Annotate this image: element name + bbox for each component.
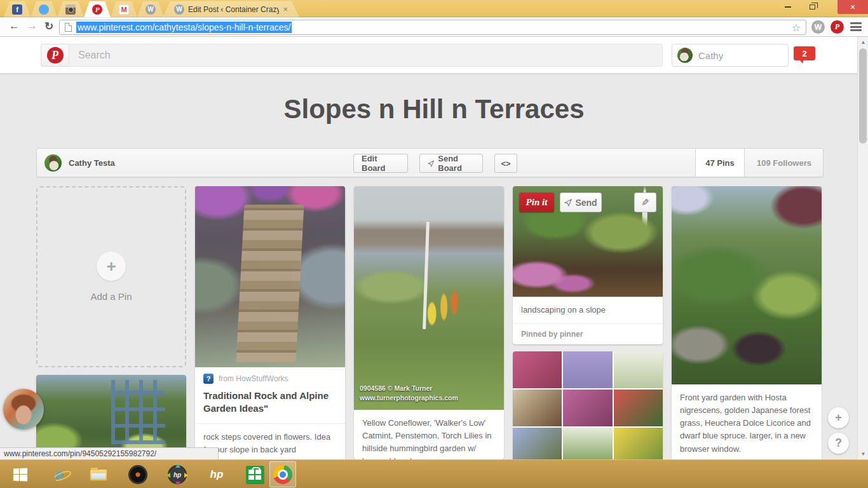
watermark-line2: www.turnerphotographics.com — [360, 393, 458, 403]
collage-cell-white-phlox — [614, 351, 663, 388]
board-title: Slopes n Hill n Terraces — [0, 94, 868, 125]
pinterest-logo[interactable]: P — [41, 44, 69, 67]
pins-count-tab[interactable]: 47 Pins — [695, 149, 744, 177]
tab-gmail[interactable]: M — [111, 1, 137, 17]
url-text[interactable]: www.pinterest.com/cathytesta/slopes-n-hi… — [76, 22, 292, 33]
board-owner-avatar[interactable] — [44, 154, 62, 172]
add-pin-label: Add a Pin — [90, 291, 132, 302]
scroll-down-icon[interactable]: ▼ — [858, 449, 868, 459]
tab-pinterest-active[interactable]: P — [84, 1, 111, 17]
search-input[interactable] — [78, 50, 653, 61]
plus-icon: + — [97, 252, 126, 281]
chrome-taskbar-button[interactable] — [269, 461, 296, 487]
paper-plane-icon — [564, 199, 572, 207]
tab-instagram[interactable] — [57, 1, 84, 17]
send-pin-button[interactable]: Send — [560, 193, 602, 212]
pin-card-slope[interactable]: Pin it Send ✎ landscaping on a slope Pin… — [513, 186, 663, 344]
pinterest-extension-icon[interactable]: P — [831, 20, 844, 34]
tab-twitter[interactable] — [31, 1, 57, 17]
pin-it-button[interactable]: Pin it — [519, 193, 554, 212]
followers-count-tab[interactable]: 109 Followers — [744, 149, 824, 177]
pin-card-hosta[interactable]: Front yard garden with Hosta nigrescens,… — [672, 186, 822, 463]
edit-board-label: Edit Board — [362, 154, 400, 173]
hp-button[interactable]: hp — [206, 464, 227, 485]
pin-image-slope-landscaping[interactable]: Pin it Send ✎ — [513, 186, 663, 297]
wordpress-extension-icon[interactable]: W — [811, 20, 825, 34]
add-pin-card[interactable]: + Add a Pin — [36, 186, 186, 367]
pin-image-hillside-garden[interactable]: 0904586 © Mark Turner www.turnerphotogra… — [354, 186, 504, 410]
collage-cell-ornamental-grass — [513, 390, 562, 426]
howstuffworks-favicon: ? — [203, 374, 214, 384]
notification-badge[interactable]: 2 — [794, 46, 815, 60]
webcam-overlay-avatar[interactable] — [3, 389, 44, 430]
collage-cell-russian-sage — [563, 351, 612, 388]
bookmark-star-icon[interactable]: ☆ — [792, 22, 801, 34]
restore-button[interactable] — [803, 0, 822, 14]
pin-image-hosta-garden[interactable] — [672, 186, 822, 384]
tab-wordpress[interactable]: W — [137, 1, 164, 17]
plus-icon: + — [835, 411, 842, 424]
hp-logo-icon: hp — [210, 468, 224, 481]
pin-hover-buttons: Pin it Send ✎ — [513, 186, 663, 219]
scroll-up-icon[interactable]: ▲ — [858, 37, 868, 48]
collage-cell-bee-balm — [614, 390, 663, 426]
help-floating-button[interactable]: ? — [828, 433, 849, 454]
chrome-menu-button[interactable] — [850, 22, 862, 31]
twitter-icon — [39, 4, 49, 15]
forward-button[interactable]: → — [27, 20, 37, 32]
embed-board-button[interactable]: <> — [494, 154, 517, 173]
pin-source-row: ? from HowStuffWorks — [195, 367, 345, 385]
close-icon: × — [850, 2, 855, 12]
youcam-button[interactable] — [127, 464, 149, 485]
tab-edit-post[interactable]: W Edit Post ‹ Container Crazy × — [163, 1, 299, 17]
send-pin-label: Send — [575, 198, 597, 208]
refresh-button[interactable]: ↻ — [44, 20, 53, 33]
stone-steps-decoration — [236, 205, 304, 362]
start-button[interactable] — [9, 464, 31, 485]
minimize-button[interactable] — [778, 0, 797, 14]
close-button[interactable]: × — [837, 0, 868, 14]
search-box[interactable] — [69, 44, 663, 67]
send-board-label: Send Board — [438, 154, 475, 173]
pin-description: Yellow Coneflower, 'Walker's Low' Catmin… — [354, 410, 504, 459]
profile-button[interactable]: Cathy — [672, 44, 789, 67]
minimize-icon — [785, 6, 791, 8]
question-icon: ? — [835, 437, 842, 450]
file-explorer-button[interactable] — [88, 464, 109, 485]
edit-pin-button[interactable]: ✎ — [634, 193, 656, 212]
hp-games-button[interactable]: hp — [166, 464, 188, 485]
facebook-icon: f — [12, 4, 22, 15]
scrollbar-thumb[interactable] — [859, 48, 867, 144]
youcam-icon — [128, 465, 147, 484]
pin-card-rocksteps[interactable]: ? from HowStuffWorks Traditional Rock an… — [195, 186, 345, 463]
windows-taskbar: e hp hp Desktop » ? ▲ 6:51 AM 8/12/2014 — [0, 459, 868, 488]
pin-description: Front yard garden with Hosta nigrescens,… — [672, 384, 822, 463]
pinned-by-label: Pinned by pinner — [513, 323, 663, 344]
back-button[interactable]: ← — [9, 20, 20, 32]
collage-cell-coneflower — [563, 390, 612, 426]
status-bar: www.pinterest.com/pin/94505292155982792/ — [0, 447, 219, 459]
edit-board-button[interactable]: Edit Board — [353, 154, 408, 173]
hp-store-button[interactable] — [244, 464, 266, 485]
pin-image-rock-steps[interactable] — [195, 186, 345, 367]
address-bar[interactable]: www.pinterest.com/cathytesta/slopes-n-hi… — [59, 20, 806, 35]
add-pin-floating-button[interactable]: + — [828, 407, 849, 428]
page-document-icon — [65, 23, 72, 32]
pin-source-label: from HowStuffWorks — [219, 374, 288, 383]
instagram-icon — [65, 4, 76, 15]
pinterest-header: P Cathy 2 — [0, 37, 868, 74]
page-scrollbar[interactable]: ▲ ▼ — [857, 37, 868, 459]
tab-facebook[interactable]: f — [4, 1, 31, 17]
pinterest-icon: P — [92, 4, 102, 15]
trellis-decoration — [111, 380, 165, 444]
pin-card-hillside[interactable]: 0904586 © Mark Turner www.turnerphotogra… — [354, 186, 504, 459]
board-owner-name[interactable]: Cathy Testa — [69, 158, 115, 168]
pin-title[interactable]: Traditional Rock and Alpine Garden Ideas… — [195, 385, 345, 424]
birch-trunk-decoration — [423, 222, 430, 329]
tab-close-icon[interactable]: × — [283, 5, 288, 13]
status-url: www.pinterest.com/pin/94505292155982792/ — [4, 449, 156, 458]
send-board-button[interactable]: Send Board — [419, 154, 483, 173]
hp-games-icon: hp — [168, 465, 187, 484]
internet-explorer-button[interactable]: e — [48, 464, 70, 485]
collage-cell-pink-weigela — [513, 351, 562, 388]
